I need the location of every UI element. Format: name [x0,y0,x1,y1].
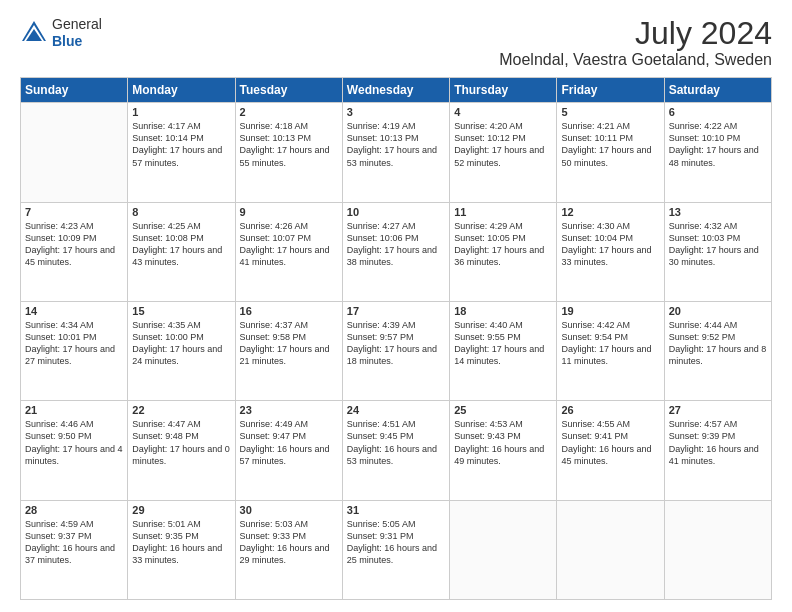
day-number: 6 [669,106,767,118]
day-info: Sunrise: 4:47 AM Sunset: 9:48 PM Dayligh… [132,418,230,467]
calendar-cell: 3Sunrise: 4:19 AM Sunset: 10:13 PM Dayli… [342,103,449,202]
calendar-cell: 19Sunrise: 4:42 AM Sunset: 9:54 PM Dayli… [557,301,664,400]
day-info: Sunrise: 4:32 AM Sunset: 10:03 PM Daylig… [669,220,767,269]
day-info: Sunrise: 4:51 AM Sunset: 9:45 PM Dayligh… [347,418,445,467]
calendar-cell: 4Sunrise: 4:20 AM Sunset: 10:12 PM Dayli… [450,103,557,202]
calendar-cell: 29Sunrise: 5:01 AM Sunset: 9:35 PM Dayli… [128,500,235,599]
day-number: 29 [132,504,230,516]
title-block: July 2024 Moelndal, Vaestra Goetaland, S… [499,16,772,69]
day-number: 3 [347,106,445,118]
day-info: Sunrise: 4:26 AM Sunset: 10:07 PM Daylig… [240,220,338,269]
day-number: 8 [132,206,230,218]
location-title: Moelndal, Vaestra Goetaland, Sweden [499,51,772,69]
day-info: Sunrise: 4:22 AM Sunset: 10:10 PM Daylig… [669,120,767,169]
day-info: Sunrise: 4:19 AM Sunset: 10:13 PM Daylig… [347,120,445,169]
day-number: 13 [669,206,767,218]
day-number: 20 [669,305,767,317]
calendar-cell: 28Sunrise: 4:59 AM Sunset: 9:37 PM Dayli… [21,500,128,599]
day-info: Sunrise: 4:57 AM Sunset: 9:39 PM Dayligh… [669,418,767,467]
calendar-cell: 10Sunrise: 4:27 AM Sunset: 10:06 PM Dayl… [342,202,449,301]
day-info: Sunrise: 4:42 AM Sunset: 9:54 PM Dayligh… [561,319,659,368]
calendar-cell: 21Sunrise: 4:46 AM Sunset: 9:50 PM Dayli… [21,401,128,500]
day-number: 18 [454,305,552,317]
day-number: 11 [454,206,552,218]
day-number: 19 [561,305,659,317]
day-info: Sunrise: 4:39 AM Sunset: 9:57 PM Dayligh… [347,319,445,368]
day-info: Sunrise: 4:55 AM Sunset: 9:41 PM Dayligh… [561,418,659,467]
day-number: 15 [132,305,230,317]
calendar-cell: 18Sunrise: 4:40 AM Sunset: 9:55 PM Dayli… [450,301,557,400]
day-number: 12 [561,206,659,218]
calendar-cell: 20Sunrise: 4:44 AM Sunset: 9:52 PM Dayli… [664,301,771,400]
logo: General Blue [20,16,102,50]
calendar-week-row: 14Sunrise: 4:34 AM Sunset: 10:01 PM Dayl… [21,301,772,400]
day-info: Sunrise: 4:27 AM Sunset: 10:06 PM Daylig… [347,220,445,269]
calendar-cell: 30Sunrise: 5:03 AM Sunset: 9:33 PM Dayli… [235,500,342,599]
calendar-cell [557,500,664,599]
calendar-cell [450,500,557,599]
calendar-cell: 24Sunrise: 4:51 AM Sunset: 9:45 PM Dayli… [342,401,449,500]
calendar-cell: 9Sunrise: 4:26 AM Sunset: 10:07 PM Dayli… [235,202,342,301]
header: General Blue July 2024 Moelndal, Vaestra… [20,16,772,69]
day-number: 28 [25,504,123,516]
calendar-cell: 13Sunrise: 4:32 AM Sunset: 10:03 PM Dayl… [664,202,771,301]
day-info: Sunrise: 4:23 AM Sunset: 10:09 PM Daylig… [25,220,123,269]
calendar-cell: 17Sunrise: 4:39 AM Sunset: 9:57 PM Dayli… [342,301,449,400]
day-info: Sunrise: 4:40 AM Sunset: 9:55 PM Dayligh… [454,319,552,368]
calendar-cell [664,500,771,599]
day-info: Sunrise: 4:35 AM Sunset: 10:00 PM Daylig… [132,319,230,368]
day-info: Sunrise: 4:21 AM Sunset: 10:11 PM Daylig… [561,120,659,169]
day-number: 16 [240,305,338,317]
calendar-week-row: 28Sunrise: 4:59 AM Sunset: 9:37 PM Dayli… [21,500,772,599]
calendar-cell: 15Sunrise: 4:35 AM Sunset: 10:00 PM Dayl… [128,301,235,400]
day-number: 1 [132,106,230,118]
calendar-cell: 11Sunrise: 4:29 AM Sunset: 10:05 PM Dayl… [450,202,557,301]
calendar-cell: 23Sunrise: 4:49 AM Sunset: 9:47 PM Dayli… [235,401,342,500]
day-info: Sunrise: 5:03 AM Sunset: 9:33 PM Dayligh… [240,518,338,567]
calendar-cell: 27Sunrise: 4:57 AM Sunset: 9:39 PM Dayli… [664,401,771,500]
day-info: Sunrise: 5:05 AM Sunset: 9:31 PM Dayligh… [347,518,445,567]
day-number: 25 [454,404,552,416]
day-info: Sunrise: 4:25 AM Sunset: 10:08 PM Daylig… [132,220,230,269]
day-number: 31 [347,504,445,516]
weekday-header: Monday [128,78,235,103]
weekday-header: Sunday [21,78,128,103]
day-info: Sunrise: 4:49 AM Sunset: 9:47 PM Dayligh… [240,418,338,467]
month-title: July 2024 [499,16,772,51]
day-info: Sunrise: 4:53 AM Sunset: 9:43 PM Dayligh… [454,418,552,467]
logo-blue: Blue [52,33,102,50]
calendar-cell: 7Sunrise: 4:23 AM Sunset: 10:09 PM Dayli… [21,202,128,301]
calendar-cell: 25Sunrise: 4:53 AM Sunset: 9:43 PM Dayli… [450,401,557,500]
calendar-cell: 8Sunrise: 4:25 AM Sunset: 10:08 PM Dayli… [128,202,235,301]
day-number: 23 [240,404,338,416]
calendar-cell: 26Sunrise: 4:55 AM Sunset: 9:41 PM Dayli… [557,401,664,500]
calendar-week-row: 21Sunrise: 4:46 AM Sunset: 9:50 PM Dayli… [21,401,772,500]
calendar-cell: 6Sunrise: 4:22 AM Sunset: 10:10 PM Dayli… [664,103,771,202]
day-number: 7 [25,206,123,218]
day-number: 26 [561,404,659,416]
day-number: 30 [240,504,338,516]
day-info: Sunrise: 4:17 AM Sunset: 10:14 PM Daylig… [132,120,230,169]
day-number: 27 [669,404,767,416]
day-number: 24 [347,404,445,416]
day-info: Sunrise: 4:20 AM Sunset: 10:12 PM Daylig… [454,120,552,169]
day-number: 22 [132,404,230,416]
calendar-cell: 5Sunrise: 4:21 AM Sunset: 10:11 PM Dayli… [557,103,664,202]
day-number: 5 [561,106,659,118]
calendar-week-row: 7Sunrise: 4:23 AM Sunset: 10:09 PM Dayli… [21,202,772,301]
calendar-table: SundayMondayTuesdayWednesdayThursdayFrid… [20,77,772,600]
day-number: 21 [25,404,123,416]
calendar-cell [21,103,128,202]
logo-text: General Blue [52,16,102,50]
calendar-week-row: 1Sunrise: 4:17 AM Sunset: 10:14 PM Dayli… [21,103,772,202]
logo-icon [20,19,48,47]
day-number: 9 [240,206,338,218]
day-number: 2 [240,106,338,118]
day-info: Sunrise: 4:30 AM Sunset: 10:04 PM Daylig… [561,220,659,269]
day-info: Sunrise: 4:37 AM Sunset: 9:58 PM Dayligh… [240,319,338,368]
day-number: 10 [347,206,445,218]
page: General Blue July 2024 Moelndal, Vaestra… [0,0,792,612]
weekday-header: Tuesday [235,78,342,103]
calendar-cell: 16Sunrise: 4:37 AM Sunset: 9:58 PM Dayli… [235,301,342,400]
logo-general: General [52,16,102,33]
